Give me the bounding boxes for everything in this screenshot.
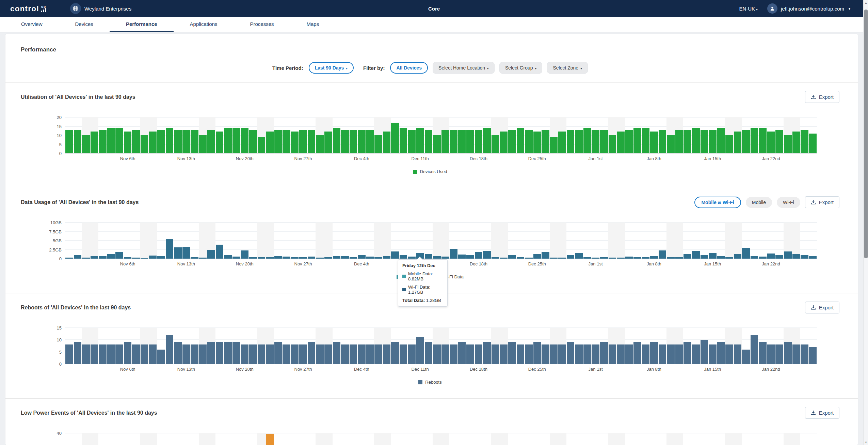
utilisation-bar[interactable]: [425, 130, 433, 153]
scroll-down-arrow-icon[interactable]: ▼: [864, 440, 868, 445]
reboots-bar[interactable]: [717, 342, 725, 364]
utilisation-bar[interactable]: [692, 128, 700, 153]
reboots-bar[interactable]: [308, 342, 316, 364]
user-menu[interactable]: jeff.johnson@controlup.com ▾: [767, 3, 850, 14]
utilisation-bar[interactable]: [550, 137, 558, 153]
data-usage-bar[interactable]: [458, 255, 466, 259]
data-usage-bar[interactable]: [149, 256, 157, 259]
utilisation-bar[interactable]: [324, 132, 332, 153]
utilisation-bar[interactable]: [642, 128, 650, 153]
tab-devices[interactable]: Devices: [59, 17, 110, 32]
device-filter-pill[interactable]: All Devices: [390, 62, 428, 74]
reboots-bar[interactable]: [575, 344, 583, 364]
reboots-bar[interactable]: [592, 344, 599, 364]
utilisation-bar[interactable]: [416, 128, 424, 153]
utilisation-bar[interactable]: [383, 132, 391, 153]
data-usage-bar[interactable]: [801, 255, 808, 259]
data-usage-bar[interactable]: [600, 257, 608, 259]
reboots-bar[interactable]: [191, 344, 198, 364]
reboots-bar[interactable]: [132, 344, 140, 364]
data-usage-bar[interactable]: [115, 252, 123, 259]
reboots-bar[interactable]: [383, 344, 391, 364]
reboots-bar[interactable]: [692, 344, 700, 364]
utilisation-bar[interactable]: [366, 130, 374, 153]
utilisation-bar[interactable]: [775, 130, 783, 153]
utilisation-bar[interactable]: [475, 130, 483, 153]
data-usage-bar[interactable]: [249, 257, 257, 259]
utilisation-bar[interactable]: [500, 132, 508, 153]
data-usage-bar[interactable]: [124, 257, 132, 259]
data-usage-bar[interactable]: [374, 257, 382, 259]
reboots-bar[interactable]: [74, 342, 82, 364]
data-usage-bar[interactable]: [358, 255, 366, 259]
reboots-bar[interactable]: [174, 342, 182, 364]
utilisation-bar[interactable]: [157, 130, 165, 153]
utilisation-bar[interactable]: [483, 128, 491, 153]
utilisation-bar[interactable]: [115, 128, 123, 153]
reboots-bar[interactable]: [441, 344, 449, 364]
utilisation-bar[interactable]: [199, 135, 207, 153]
reboots-bar[interactable]: [274, 342, 282, 364]
reboots-bar[interactable]: [316, 344, 324, 364]
utilisation-bar[interactable]: [617, 132, 625, 153]
export-button[interactable]: Export: [805, 91, 839, 103]
data-usage-bar[interactable]: [258, 257, 266, 259]
reboots-bar[interactable]: [207, 342, 215, 364]
utilisation-bar[interactable]: [283, 130, 290, 153]
data-usage-bar[interactable]: [274, 256, 282, 259]
reboots-bar[interactable]: [600, 342, 608, 364]
utilisation-bar[interactable]: [517, 128, 525, 153]
data-usage-bar[interactable]: [575, 253, 583, 259]
reboots-bar[interactable]: [374, 344, 382, 364]
utilisation-bar[interactable]: [600, 130, 608, 153]
data-usage-bar[interactable]: [366, 257, 374, 259]
data-usage-bar[interactable]: [466, 255, 474, 259]
reboots-bar[interactable]: [433, 344, 441, 364]
reboots-bar[interactable]: [149, 344, 157, 364]
data-usage-bar[interactable]: [533, 254, 541, 259]
data-usage-bar[interactable]: [667, 257, 675, 259]
reboots-bar[interactable]: [107, 344, 115, 364]
reboots-bar[interactable]: [684, 342, 691, 364]
utilisation-bar[interactable]: [675, 130, 683, 153]
export-button[interactable]: Export: [805, 302, 839, 313]
reboots-bar[interactable]: [500, 344, 508, 364]
toggle-wi-fi[interactable]: Wi-Fi: [777, 197, 800, 208]
data-usage-bar[interactable]: [324, 257, 332, 259]
utilisation-bar[interactable]: [274, 130, 282, 153]
utilisation-bar[interactable]: [258, 137, 266, 153]
reboots-bar[interactable]: [82, 344, 90, 364]
data-usage-bar[interactable]: [784, 251, 792, 259]
data-usage-bar[interactable]: [266, 257, 274, 259]
group-selector[interactable]: Select Group ▾: [499, 62, 543, 74]
utilisation-bar[interactable]: [249, 130, 257, 153]
utilisation-bar[interactable]: [232, 128, 240, 153]
utilisation-bar[interactable]: [609, 135, 616, 153]
reboots-bar[interactable]: [550, 344, 558, 364]
utilisation-bar[interactable]: [792, 132, 800, 153]
utilisation-bar[interactable]: [341, 130, 349, 153]
data-usage-bar[interactable]: [74, 255, 82, 259]
utilisation-bar[interactable]: [450, 130, 457, 153]
utilisation-bar[interactable]: [316, 135, 324, 153]
data-usage-bar[interactable]: [734, 254, 742, 259]
export-button[interactable]: Export: [805, 407, 839, 419]
utilisation-bar[interactable]: [734, 132, 742, 153]
utilisation-bar[interactable]: [458, 130, 466, 153]
utilisation-bar[interactable]: [667, 135, 675, 153]
data-usage-bar[interactable]: [450, 249, 457, 259]
data-usage-bar[interactable]: [207, 250, 215, 259]
reboots-bar[interactable]: [567, 342, 575, 364]
reboots-bar[interactable]: [725, 344, 733, 364]
data-usage-bar[interactable]: [232, 257, 240, 259]
reboots-bar[interactable]: [366, 344, 374, 364]
reboots-bar[interactable]: [216, 342, 224, 364]
reboots-bar[interactable]: [182, 344, 190, 364]
utilisation-bar[interactable]: [107, 128, 115, 153]
reboots-bar[interactable]: [642, 344, 650, 364]
utilisation-bar[interactable]: [709, 130, 717, 153]
data-usage-bar[interactable]: [583, 257, 591, 259]
reboots-bar[interactable]: [324, 344, 332, 364]
reboots-bar[interactable]: [333, 342, 341, 364]
utilisation-bar[interactable]: [174, 130, 182, 153]
